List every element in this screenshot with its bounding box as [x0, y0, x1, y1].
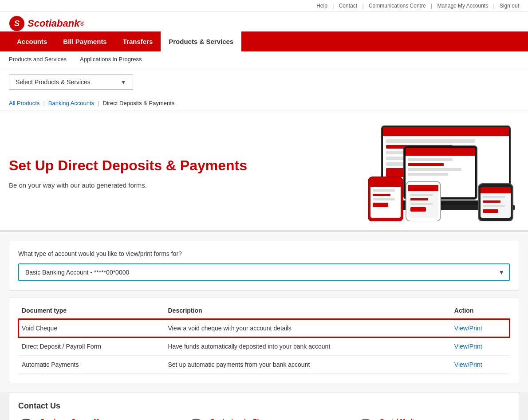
view-print-direct-deposit[interactable]: View/Print: [454, 343, 482, 350]
help-link[interactable]: Help: [316, 3, 327, 9]
svg-rect-4: [383, 127, 509, 136]
main-content: Select Products & Services ▼ All Product…: [0, 68, 528, 232]
social-info: Social Media Available Mon - Fri, 9am - …: [380, 418, 471, 420]
account-select-wrapper: Basic Banking Account - *****00*0000 ▼: [18, 263, 510, 281]
col-document-type: Document type: [18, 302, 165, 319]
products-services-dropdown[interactable]: Select Products & Services ▼: [9, 75, 133, 90]
account-select[interactable]: Basic Banking Account - *****00*0000: [18, 263, 510, 281]
svg-rect-25: [373, 198, 395, 200]
doc-action-auto-payments: View/Print: [451, 356, 510, 374]
contact-card: Contact Us Send us a Secure Message Avai…: [9, 392, 519, 420]
breadcrumb-banking-accounts[interactable]: Banking Accounts: [48, 100, 94, 106]
svg-rect-23: [373, 189, 395, 192]
sign-out-link[interactable]: Sign out: [500, 3, 519, 9]
documents-table: Document type Description Action Void Ch…: [18, 302, 510, 374]
communications-centre-link[interactable]: Communications Centre: [369, 3, 426, 9]
hero-section: Set Up Direct Deposits & Payments Be on …: [0, 110, 528, 232]
manage-accounts-link[interactable]: Manage My Accounts: [437, 3, 488, 9]
header: S Scotiabank ®: [0, 12, 528, 31]
contact-title: Contact Us: [18, 401, 510, 411]
doc-type-direct-deposit: Direct Deposit / Payroll Form: [18, 338, 165, 356]
doc-type-auto-payments: Automatic Payments: [18, 356, 165, 374]
form-section: What type of account would you like to v…: [0, 232, 528, 392]
contact-section: Contact Us Send us a Secure Message Avai…: [0, 392, 528, 420]
svg-rect-33: [410, 207, 426, 212]
svg-rect-22: [370, 181, 401, 187]
hero-image: [368, 124, 519, 221]
svg-rect-18: [408, 173, 448, 176]
doc-desc-direct-deposit: Have funds automatically deposited into …: [165, 338, 451, 356]
breadcrumb-sep-1: |: [43, 100, 44, 106]
svg-rect-40: [483, 209, 498, 213]
doc-type-void-cheque: Void Cheque: [18, 319, 165, 338]
contact-item-phone: Contact us by Phone Available Mon - Fri,…: [188, 418, 340, 420]
table-header-row: Document type Description Action: [18, 302, 510, 319]
selector-bar: Select Products & Services ▼: [0, 68, 528, 96]
scotiabank-logo-icon: S: [9, 16, 25, 31]
col-description: Description: [165, 302, 451, 319]
contact-grid: Send us a Secure Message Available 24/7 …: [18, 418, 510, 420]
social-label: Social Media: [380, 418, 471, 420]
nav-transfers[interactable]: Transfers: [115, 31, 161, 51]
svg-rect-38: [483, 200, 500, 203]
svg-rect-31: [410, 198, 428, 200]
breadcrumb-all-products[interactable]: All Products: [9, 100, 39, 106]
doc-desc-void-cheque: View a void cheque with your account det…: [165, 319, 451, 338]
svg-rect-30: [410, 194, 433, 196]
doc-action-void-cheque: View/Print: [451, 319, 510, 338]
breadcrumb-sep-2: |: [98, 100, 99, 106]
devices-illustration: [368, 124, 519, 221]
contact-item-social: Social Media Available Mon - Fri, 9am - …: [358, 418, 510, 420]
doc-desc-auto-payments: Set up automatic payments from your bank…: [165, 356, 451, 374]
svg-rect-29: [408, 185, 438, 191]
hero-title: Set Up Direct Deposits & Payments: [9, 157, 359, 174]
form-question: What type of account would you like to v…: [18, 250, 510, 257]
secure-message-label: Send us a Secure Message: [40, 418, 120, 420]
view-print-auto-payments[interactable]: View/Print: [454, 361, 482, 368]
svg-rect-14: [406, 148, 475, 156]
hero-subtitle: Be on your way with our auto generated f…: [9, 181, 359, 189]
svg-rect-16: [408, 163, 444, 166]
svg-rect-39: [483, 205, 505, 207]
phone-label: Contact us by Phone: [210, 418, 302, 420]
col-action: Action: [451, 302, 510, 319]
svg-rect-24: [373, 194, 390, 196]
breadcrumb: All Products | Banking Accounts | Direct…: [0, 96, 528, 110]
nav-accounts[interactable]: Accounts: [9, 31, 55, 51]
nav-bill-payments[interactable]: Bill Payments: [55, 31, 114, 51]
documents-table-card: Document type Description Action Void Ch…: [9, 298, 519, 383]
utility-bar: Help | Contact | Communications Centre |…: [0, 0, 528, 12]
svg-rect-36: [481, 187, 511, 193]
dropdown-label: Select Products & Services: [16, 79, 91, 86]
svg-rect-15: [408, 158, 453, 161]
breadcrumb-direct-deposits: Direct Deposits & Payments: [103, 100, 175, 106]
view-print-void-cheque[interactable]: View/Print: [454, 325, 482, 332]
logo-registered: ®: [79, 20, 84, 27]
table-row: Automatic Payments Set up automatic paym…: [18, 356, 510, 374]
nav-bar: Accounts Bill Payments Transfers Product…: [0, 31, 528, 51]
contact-item-secure-message: Send us a Secure Message Available 24/7 …: [18, 418, 170, 420]
hero-text: Set Up Direct Deposits & Payments Be on …: [9, 157, 359, 189]
contact-link[interactable]: Contact: [339, 3, 357, 9]
table-row: Direct Deposit / Payroll Form Have funds…: [18, 338, 510, 356]
secure-message-info: Send us a Secure Message Available 24/7 …: [40, 418, 120, 420]
account-selector-card: What type of account would you like to v…: [9, 241, 519, 290]
svg-rect-32: [410, 203, 433, 205]
svg-rect-26: [373, 203, 388, 207]
sub-nav: Products and Services Applications in Pr…: [0, 51, 528, 68]
dropdown-arrow: ▼: [120, 79, 126, 86]
logo[interactable]: S Scotiabank ®: [9, 16, 84, 31]
sub-nav-applications-in-progress[interactable]: Applications in Progress: [80, 51, 142, 68]
svg-text:S: S: [14, 19, 20, 28]
table-row: Void Cheque View a void cheque with your…: [18, 319, 510, 338]
svg-rect-5: [386, 139, 475, 143]
sub-nav-products-and-services[interactable]: Products and Services: [9, 51, 67, 68]
doc-action-direct-deposit: View/Print: [451, 338, 510, 356]
logo-text: Scotiabank: [28, 18, 79, 29]
svg-rect-37: [483, 196, 505, 198]
phone-info: Contact us by Phone Available Mon - Fri,…: [210, 418, 302, 420]
nav-products-services[interactable]: Products & Services: [161, 31, 241, 51]
svg-rect-17: [408, 168, 461, 171]
